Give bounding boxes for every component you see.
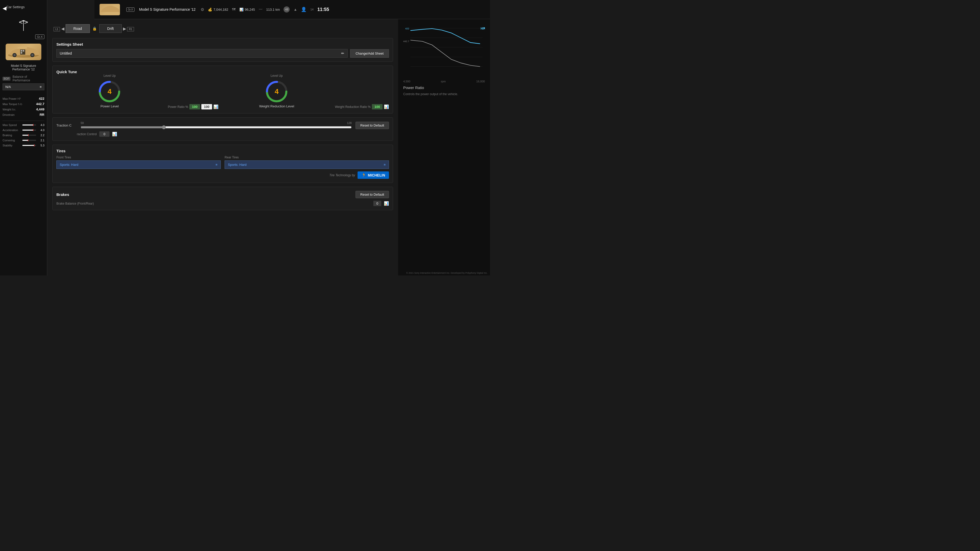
rear-tire-item: Rear Tires Sports: Hard ≡	[224, 156, 389, 169]
avatar-icon: 👤	[301, 6, 307, 12]
tires-grid: Front Tires Sports: Hard ≡ Rear Tires Sp…	[56, 156, 389, 169]
brakes-section: Brakes Reset to Default Brake Balance (F…	[52, 187, 393, 210]
svg-rect-7	[23, 50, 24, 52]
tab-road[interactable]: Road	[65, 24, 90, 33]
weight-ratio-item: Weight Reduction Ratio % 100 📊	[335, 74, 389, 110]
tab-left-nav[interactable]: L1 ◀	[52, 25, 65, 32]
weight-ratio-label: Weight Reduction Ratio %	[335, 105, 371, 109]
svg-text:422: 422	[405, 27, 409, 30]
map-icon: 🗺	[232, 7, 235, 11]
svg-point-2	[13, 54, 16, 56]
credits-icon: 💰	[208, 8, 212, 11]
weight-level-value: 4	[275, 87, 279, 96]
perf-stats: Max Speed 4.0 Acceleration 4.0 Braking 2…	[3, 124, 45, 149]
michelin-row: Tire Technology by 🏃 MICHELIN	[56, 171, 389, 179]
front-tire-menu-icon: ≡	[215, 163, 218, 167]
max-torque-value: 442.7	[36, 102, 45, 106]
settings-sheet-title: Settings Sheet	[56, 42, 389, 46]
traction-max: 128	[347, 121, 352, 124]
stats-section: Max Power HP 422 Max Torque ft-lb 442.7 …	[3, 97, 45, 118]
level-stat: 48	[283, 6, 290, 13]
michelin-figure-icon: 🏃	[361, 173, 366, 178]
traction-value: 0	[99, 131, 110, 137]
rear-tire-select[interactable]: Sports: Hard ≡	[224, 160, 389, 169]
max-power-value: 422	[39, 97, 45, 100]
header-car-name: Model S Signature Performance '12	[139, 7, 196, 11]
perf-marker	[28, 134, 29, 136]
power-level-dial[interactable]: 4	[98, 80, 121, 103]
sidebar-divider	[3, 121, 45, 121]
gr-badge: Gr.X	[35, 35, 45, 39]
power-ratio-input[interactable]: 100	[201, 104, 212, 110]
power-level-item: Level Up 4	[56, 74, 163, 110]
traction-label: Traction C	[56, 124, 77, 127]
perf-label: Acceleration	[3, 129, 21, 132]
brake-balance-row: Brake Balance (Front/Rear) 0 📊	[56, 201, 389, 206]
power-ratio-row: Power Ratio % 100 100 📊	[168, 104, 218, 110]
max-power-label: Max Power HP	[3, 97, 21, 100]
center-panel: L1 ◀ Road 🔒 Drift ▶ R1 Settings Sheet	[47, 19, 398, 275]
brakes-reset-button[interactable]: Reset to Default	[355, 191, 389, 198]
car-image	[6, 44, 41, 60]
svg-rect-6	[21, 50, 22, 52]
perf-label: Cornering	[3, 139, 21, 142]
car-name-label: Model S Signature Performance '12	[3, 64, 45, 71]
michelin-logo: 🏃 MICHELIN	[358, 171, 389, 179]
brakes-header: Brakes Reset to Default	[56, 191, 389, 198]
front-tire-select[interactable]: Sports: Hard ≡	[56, 160, 221, 169]
rear-tire-menu-icon: ≡	[383, 163, 386, 167]
odo-stat: 📊 96,245	[239, 8, 255, 11]
front-tire-item: Front Tires Sports: Hard ≡	[56, 156, 221, 169]
weight-level-dial[interactable]: 4	[265, 80, 288, 103]
power-ratio-item: Power Ratio % 100 100 📊	[168, 74, 218, 110]
edit-icon: ✏	[341, 51, 344, 56]
quick-tune-grid: Level Up 4	[56, 74, 389, 110]
weight-level-item: Level Up 4 Weight Reduction Level	[224, 74, 330, 110]
perf-bar-container	[22, 140, 36, 141]
bop-section: BOP Balance of Performance N/A ≡	[3, 75, 45, 90]
na-input[interactable]: N/A ≡	[3, 83, 45, 90]
traction-control-row: Traction C 59 128 Reset to Default	[56, 121, 389, 129]
change-sheet-button[interactable]: Change/Add Sheet	[350, 49, 389, 58]
chart-svg: 422 442.7 422	[403, 24, 485, 75]
header-grx-badge: Gr.X	[126, 7, 135, 12]
header-time: 11:55	[318, 7, 329, 12]
right-panel: 422 442.7 422 HP 4,500 rpm 16,000 Power …	[398, 19, 490, 275]
traction-control-section: Traction C 59 128 Reset to Default racti…	[52, 118, 393, 141]
chart-hp-label: HP	[480, 27, 485, 30]
weight-ratio-row: Weight Reduction Ratio % 100 📊	[335, 104, 389, 110]
power-ratio-value: 100	[189, 104, 200, 110]
chart-x-labels: 4,500 rpm 16,000	[403, 80, 485, 83]
psn-icon: ▲	[293, 7, 297, 11]
perf-marker	[28, 139, 28, 141]
traction-reset-button[interactable]: Reset to Default	[355, 122, 389, 129]
perf-value: 4.0	[38, 124, 45, 127]
right-panel-spacer	[403, 97, 485, 270]
copyright: © 2021 Sony Interactive Entertainment In…	[406, 272, 487, 274]
max-torque-label: Max Torque ft-lb	[3, 103, 22, 106]
sheet-name-input[interactable]: Untitled ✏	[56, 49, 348, 58]
traction-min: 59	[81, 121, 84, 124]
brake-chart-icon[interactable]: 📊	[384, 201, 389, 206]
back-button[interactable]: ◀	[3, 5, 6, 11]
power-chart-icon[interactable]: 📊	[213, 104, 218, 109]
traction-control-label2: raction Control	[77, 132, 97, 136]
weight-label: Weight lbs.	[3, 108, 16, 111]
power-chart: 422 442.7 422 HP	[403, 24, 485, 75]
weight-chart-icon[interactable]: 📊	[384, 104, 389, 109]
tab-right-nav[interactable]: ▶ R1	[122, 25, 135, 32]
weight-value: 4,449	[36, 107, 45, 111]
tab-bar: L1 ◀ Road 🔒 Drift ▶ R1	[52, 24, 393, 33]
perf-marker	[34, 144, 35, 146]
perf-value: 5.3	[38, 144, 45, 147]
traction-slider[interactable]	[81, 125, 352, 129]
tab-drift[interactable]: Drift	[99, 24, 122, 33]
traction-chart-icon[interactable]: 📊	[112, 132, 117, 137]
power-ratio-title: Power Ratio	[403, 86, 485, 90]
perf-bar-container	[22, 135, 36, 136]
perf-bar-container	[22, 130, 36, 130]
svg-rect-8	[21, 52, 22, 54]
power-level-value: 4	[108, 87, 112, 96]
chart-x-max: 16,000	[476, 80, 485, 83]
track-icon: 〰	[259, 7, 262, 11]
